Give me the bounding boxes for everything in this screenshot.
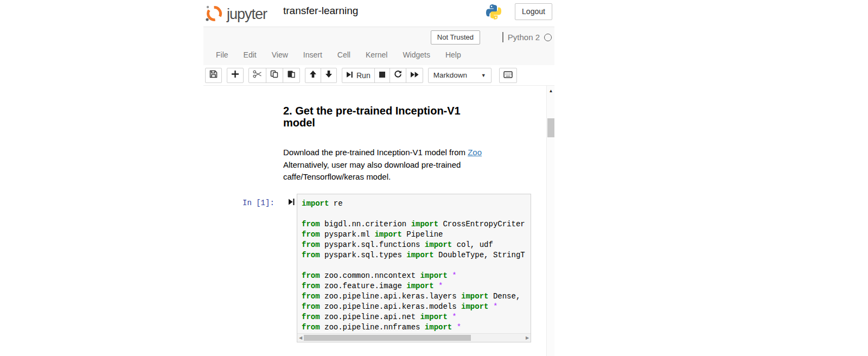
copy-cell-button[interactable] [266,68,283,83]
arrow-up-icon [309,70,317,80]
code-editor[interactable]: import re from bigdl.nn.criterion import… [297,194,531,342]
run-this-cell-icon[interactable] [288,198,296,206]
menu-cell[interactable]: Cell [330,47,358,63]
jupyter-logo-text: jupyter [227,6,267,23]
python-logo-icon [485,3,502,21]
input-prompt: In [1]: [242,199,275,207]
vertical-scrollbar[interactable]: ▲ [546,86,554,356]
save-icon [209,70,218,80]
cut-cell-button[interactable] [248,68,266,83]
code-lines: import re from bigdl.nn.criterion import… [297,194,531,333]
menu-help[interactable]: Help [438,47,469,63]
step-forward-icon [346,71,353,80]
paste-cell-button[interactable] [283,68,300,83]
menu-file[interactable]: File [208,47,236,63]
arrow-down-icon [325,70,333,80]
add-cell-icon [231,70,239,80]
run-cell-button[interactable]: Run [342,68,375,83]
navbar: Not Trusted Python 2 File Edit View Inse… [203,27,554,65]
jupyter-app: jupyter transfer-learning Logout Not Tru… [203,0,554,356]
command-palette-button[interactable] [499,68,517,83]
section-heading: 2. Get the pre-trained Inception-V1 mode… [283,105,500,129]
markdown-paragraph: Download the pre-trained Inception-V1 mo… [283,147,500,183]
scroll-left-icon[interactable]: ◀ [297,334,304,342]
main-toolbar: Run Markdown ▼ [203,65,554,86]
cell-type-dropdown[interactable]: Markdown ▼ [428,68,492,83]
keyboard-icon [503,71,513,80]
kernel-name: Python 2 [508,33,540,42]
header: jupyter transfer-learning Logout [203,0,554,27]
menu-edit[interactable]: Edit [236,47,264,63]
cut-icon [253,70,262,80]
vertical-scroll-thumb[interactable] [547,118,554,137]
kernel-indicator: Python 2 [502,32,552,42]
move-cell-up-button[interactable] [305,68,321,83]
notebook-title[interactable]: transfer-learning [283,5,358,17]
logout-button[interactable]: Logout [515,3,552,20]
restart-kernel-button[interactable] [390,68,406,83]
copy-icon [270,70,279,80]
kernel-separator [502,32,503,42]
not-trusted-badge[interactable]: Not Trusted [431,30,480,44]
horizontal-scroll-thumb[interactable] [304,335,471,341]
run-button-label: Run [356,71,371,80]
restart-run-all-button[interactable] [406,68,423,83]
cell-type-value: Markdown [433,71,467,79]
fast-forward-icon [410,71,419,80]
stop-icon [379,71,386,80]
jupyter-logo-icon [205,3,224,26]
kernel-idle-icon [544,34,552,41]
paste-icon [287,70,296,80]
menu-kernel[interactable]: Kernel [358,47,395,63]
move-cell-down-button[interactable] [321,68,337,83]
scroll-right-icon[interactable]: ▶ [524,334,531,342]
zoo-link[interactable]: Zoo [468,148,482,157]
jupyter-logo[interactable]: jupyter [205,3,267,26]
markdown-cell[interactable]: 2. Get the pre-trained Inception-V1 mode… [283,105,500,183]
horizontal-scrollbar[interactable]: ◀ ▶ [297,333,531,342]
menubar: File Edit View Insert Cell Kernel Widget… [208,47,469,63]
menu-widgets[interactable]: Widgets [395,47,438,63]
menu-view[interactable]: View [264,47,296,63]
interrupt-kernel-button[interactable] [374,68,390,83]
notebook-container: 2. Get the pre-trained Inception-V1 mode… [203,86,554,356]
scroll-up-icon[interactable]: ▲ [547,88,554,94]
insert-cell-below-button[interactable] [227,68,244,83]
menu-insert[interactable]: Insert [296,47,330,63]
restart-icon [394,70,402,80]
save-button[interactable] [205,68,222,83]
page-canvas: jupyter transfer-learning Logout Not Tru… [0,0,868,356]
chevron-down-icon: ▼ [481,73,486,78]
